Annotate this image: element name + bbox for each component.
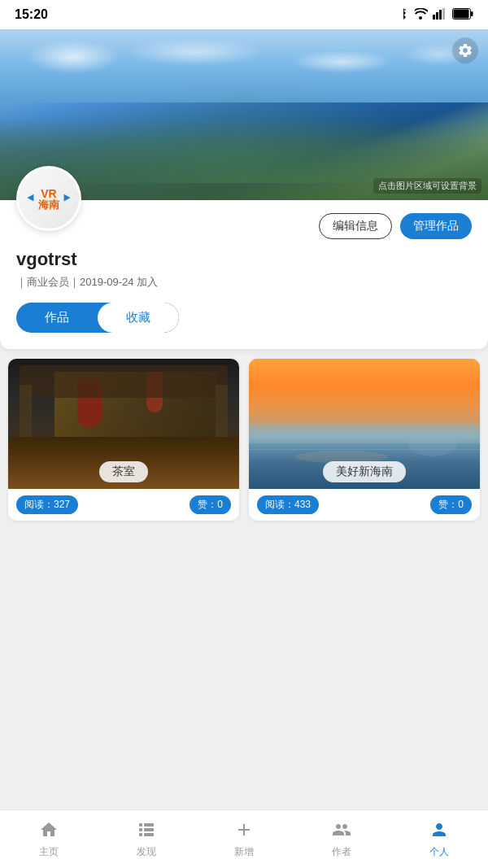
- profile-icon: [429, 820, 449, 843]
- svg-rect-6: [471, 11, 473, 16]
- svg-rect-3: [442, 8, 445, 20]
- svg-rect-0: [433, 15, 435, 20]
- svg-rect-9: [139, 833, 142, 836]
- svg-rect-2: [439, 10, 442, 20]
- svg-rect-12: [144, 833, 154, 836]
- nav-home[interactable]: 主页: [0, 813, 98, 866]
- card-coastal[interactable]: 美好新海南 阅读：433 赞：0: [249, 359, 480, 521]
- reads-badge-coastal: 阅读：433: [257, 495, 319, 514]
- nav-home-label: 主页: [39, 845, 59, 859]
- status-time: 15:20: [15, 7, 48, 22]
- discover-icon: [137, 820, 156, 843]
- avatar-logo: ‣ VR 海南 ‣: [25, 188, 72, 210]
- hero-banner[interactable]: 点击图片区域可设置背景: [0, 29, 488, 200]
- nav-discover[interactable]: 发现: [98, 813, 195, 866]
- hero-hint: 点击图片区域可设置背景: [373, 178, 481, 194]
- nav-add[interactable]: 新增: [195, 813, 293, 866]
- card-stats-coastal: 阅读：433 赞：0: [249, 489, 480, 521]
- svg-rect-7: [139, 823, 142, 827]
- profile-meta: ｜商业会员｜2019-09-24 加入: [0, 273, 488, 303]
- nav-authors-label: 作者: [332, 845, 351, 859]
- add-icon: [234, 820, 254, 843]
- likes-badge-coastal: 赞：0: [430, 495, 472, 514]
- card-image-tea: 茶室: [8, 359, 239, 489]
- profile-card: ‣ VR 海南 ‣ 编辑信息 管理作品 vgotrst ｜商业会员｜2019-0…: [0, 200, 488, 349]
- tab-switch: 作品 收藏: [16, 303, 179, 333]
- hero-clouds: [0, 37, 488, 86]
- nav-authors[interactable]: 作者: [293, 813, 390, 866]
- avatar-inner: ‣ VR 海南 ‣: [19, 168, 79, 229]
- card-title-tea: 茶室: [99, 461, 148, 482]
- bluetooth-icon: [399, 7, 408, 23]
- manage-works-button[interactable]: 管理作品: [400, 213, 472, 239]
- reads-badge-tea: 阅读：327: [16, 495, 78, 514]
- svg-rect-8: [139, 828, 142, 831]
- logo-vr: VR: [41, 188, 56, 199]
- avatar: ‣ VR 海南 ‣: [16, 166, 81, 231]
- authors-icon: [332, 820, 351, 843]
- bottom-nav: 主页 发现 新增 作者 个人: [0, 809, 488, 868]
- signal-icon: [433, 8, 447, 22]
- svg-rect-1: [436, 12, 438, 20]
- content-grid: 茶室 阅读：327 赞：0 美好新海南 阅读：433 赞：0: [0, 349, 488, 530]
- card-stats-tea: 阅读：327 赞：0: [8, 489, 239, 521]
- tab-favorites[interactable]: 收藏: [98, 303, 179, 333]
- status-icons: [399, 7, 473, 23]
- card-title-coastal: 美好新海南: [323, 461, 406, 482]
- card-tea[interactable]: 茶室 阅读：327 赞：0: [8, 359, 239, 521]
- nav-profile[interactable]: 个人: [390, 813, 488, 866]
- nav-profile-label: 个人: [429, 845, 449, 859]
- settings-button[interactable]: [452, 37, 478, 63]
- logo-hainan: 海南: [38, 199, 59, 210]
- wifi-icon: [413, 8, 428, 22]
- tab-works[interactable]: 作品: [16, 303, 98, 333]
- svg-rect-11: [144, 828, 154, 831]
- nav-discover-label: 发现: [137, 845, 156, 859]
- card-image-coastal: 美好新海南: [249, 359, 480, 489]
- svg-rect-10: [144, 823, 154, 827]
- nav-add-label: 新增: [234, 845, 254, 859]
- greenery-overlay: [49, 81, 439, 183]
- battery-icon: [452, 8, 473, 22]
- likes-badge-tea: 赞：0: [190, 495, 231, 514]
- edit-info-button[interactable]: 编辑信息: [319, 213, 392, 239]
- profile-username: vgotrst: [0, 239, 488, 273]
- status-bar: 15:20: [0, 0, 488, 29]
- gear-icon: [457, 42, 473, 59]
- svg-rect-5: [454, 9, 469, 18]
- home-icon: [39, 820, 59, 843]
